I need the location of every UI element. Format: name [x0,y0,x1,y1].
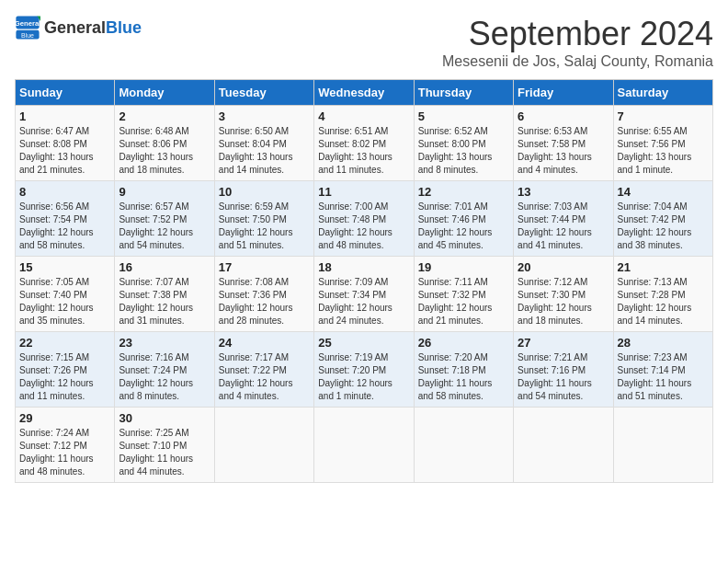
day-details: Sunrise: 6:59 AMSunset: 7:50 PMDaylight:… [219,201,310,252]
day-number: 28 [618,336,709,350]
day-number: 8 [19,185,110,199]
day-details: Sunrise: 7:00 AMSunset: 7:48 PMDaylight:… [318,201,409,252]
day-details: Sunrise: 7:13 AMSunset: 7:28 PMDaylight:… [618,276,709,327]
calendar-cell: 11Sunrise: 7:00 AMSunset: 7:48 PMDayligh… [314,181,414,257]
day-number: 19 [418,260,509,274]
weekday-header-friday: Friday [514,80,613,106]
day-details: Sunrise: 7:01 AMSunset: 7:46 PMDaylight:… [418,201,509,252]
calendar-cell: 14Sunrise: 7:04 AMSunset: 7:42 PMDayligh… [613,181,712,257]
week-row-1: 1Sunrise: 6:47 AMSunset: 8:08 PMDaylight… [16,106,713,181]
day-number: 29 [19,411,110,425]
day-details: Sunrise: 6:47 AMSunset: 8:08 PMDaylight:… [19,125,110,177]
logo-icon: General Blue [15,15,40,40]
calendar-cell: 9Sunrise: 6:57 AMSunset: 7:52 PMDaylight… [115,181,214,257]
day-details: Sunrise: 7:19 AMSunset: 7:20 PMDaylight:… [318,351,409,403]
calendar-cell: 29Sunrise: 7:24 AMSunset: 7:12 PMDayligh… [16,408,115,483]
calendar-cell: 19Sunrise: 7:11 AMSunset: 7:32 PMDayligh… [414,257,513,332]
day-number: 9 [119,185,210,199]
day-number: 10 [219,185,310,199]
calendar-cell: 20Sunrise: 7:12 AMSunset: 7:30 PMDayligh… [514,257,613,332]
day-details: Sunrise: 7:17 AMSunset: 7:22 PMDaylight:… [219,351,310,403]
calendar-cell: 27Sunrise: 7:21 AMSunset: 7:16 PMDayligh… [514,332,613,408]
month-title: September 2024 [442,15,713,53]
weekday-header-tuesday: Tuesday [214,80,313,106]
svg-text:Blue: Blue [21,32,34,39]
day-number: 27 [518,336,609,350]
calendar-cell: 17Sunrise: 7:08 AMSunset: 7:36 PMDayligh… [214,257,313,332]
calendar-cell: 12Sunrise: 7:01 AMSunset: 7:46 PMDayligh… [414,181,513,257]
svg-text:General: General [15,19,40,28]
calendar-cell: 2Sunrise: 6:48 AMSunset: 8:06 PMDaylight… [115,106,214,181]
logo-blue-text: Blue [106,18,142,38]
day-number: 5 [418,109,509,123]
day-details: Sunrise: 7:20 AMSunset: 7:18 PMDaylight:… [418,351,509,403]
day-details: Sunrise: 6:50 AMSunset: 8:04 PMDaylight:… [219,125,310,177]
day-number: 22 [19,336,110,350]
logo-general-text: General [44,18,106,38]
day-number: 15 [19,260,110,274]
day-details: Sunrise: 7:21 AMSunset: 7:16 PMDaylight:… [518,351,609,403]
calendar-cell: 16Sunrise: 7:07 AMSunset: 7:38 PMDayligh… [115,257,214,332]
day-details: Sunrise: 6:48 AMSunset: 8:06 PMDaylight:… [119,125,210,177]
day-number: 3 [219,109,310,123]
day-number: 26 [418,336,509,350]
day-number: 11 [318,185,409,199]
day-number: 20 [518,260,609,274]
day-details: Sunrise: 6:57 AMSunset: 7:52 PMDaylight:… [119,201,210,252]
day-number: 16 [119,260,210,274]
day-details: Sunrise: 7:08 AMSunset: 7:36 PMDaylight:… [219,276,310,327]
calendar-cell: 15Sunrise: 7:05 AMSunset: 7:40 PMDayligh… [16,257,115,332]
weekday-header-wednesday: Wednesday [314,80,414,106]
weekday-header-thursday: Thursday [414,80,513,106]
calendar-table: SundayMondayTuesdayWednesdayThursdayFrid… [15,79,713,483]
calendar-cell: 1Sunrise: 6:47 AMSunset: 8:08 PMDaylight… [16,106,115,181]
calendar-cell [214,408,313,483]
calendar-cell: 3Sunrise: 6:50 AMSunset: 8:04 PMDaylight… [214,106,313,181]
day-number: 17 [219,260,310,274]
calendar-cell: 7Sunrise: 6:55 AMSunset: 7:56 PMDaylight… [613,106,712,181]
calendar-cell: 30Sunrise: 7:25 AMSunset: 7:10 PMDayligh… [115,408,214,483]
day-details: Sunrise: 6:55 AMSunset: 7:56 PMDaylight:… [618,125,709,177]
day-details: Sunrise: 7:05 AMSunset: 7:40 PMDaylight:… [19,276,110,327]
calendar-cell: 28Sunrise: 7:23 AMSunset: 7:14 PMDayligh… [613,332,712,408]
day-number: 30 [119,411,210,425]
calendar-cell: 13Sunrise: 7:03 AMSunset: 7:44 PMDayligh… [514,181,613,257]
day-details: Sunrise: 7:12 AMSunset: 7:30 PMDaylight:… [518,276,609,327]
day-details: Sunrise: 6:51 AMSunset: 8:02 PMDaylight:… [318,125,409,177]
day-number: 12 [418,185,509,199]
calendar-cell: 21Sunrise: 7:13 AMSunset: 7:28 PMDayligh… [613,257,712,332]
weekday-header-monday: Monday [115,80,214,106]
day-number: 14 [618,185,709,199]
day-details: Sunrise: 7:04 AMSunset: 7:42 PMDaylight:… [618,201,709,252]
day-details: Sunrise: 7:23 AMSunset: 7:14 PMDaylight:… [618,351,709,403]
calendar-cell: 25Sunrise: 7:19 AMSunset: 7:20 PMDayligh… [314,332,414,408]
day-details: Sunrise: 6:56 AMSunset: 7:54 PMDaylight:… [19,201,110,252]
day-number: 4 [318,109,409,123]
day-details: Sunrise: 7:03 AMSunset: 7:44 PMDaylight:… [518,201,609,252]
week-row-3: 15Sunrise: 7:05 AMSunset: 7:40 PMDayligh… [16,257,713,332]
day-details: Sunrise: 7:16 AMSunset: 7:24 PMDaylight:… [119,351,210,403]
day-details: Sunrise: 7:24 AMSunset: 7:12 PMDaylight:… [19,427,110,478]
title-area: September 2024 Mesesenii de Jos, Salaj C… [442,15,713,70]
day-number: 6 [518,109,609,123]
calendar-cell: 22Sunrise: 7:15 AMSunset: 7:26 PMDayligh… [16,332,115,408]
day-details: Sunrise: 7:15 AMSunset: 7:26 PMDaylight:… [19,351,110,403]
day-details: Sunrise: 7:09 AMSunset: 7:34 PMDaylight:… [318,276,409,327]
calendar-cell [613,408,712,483]
day-number: 1 [19,109,110,123]
week-row-4: 22Sunrise: 7:15 AMSunset: 7:26 PMDayligh… [16,332,713,408]
header: General Blue General Blue September 2024… [15,15,713,70]
calendar-cell: 6Sunrise: 6:53 AMSunset: 7:58 PMDaylight… [514,106,613,181]
day-details: Sunrise: 6:53 AMSunset: 7:58 PMDaylight:… [518,125,609,177]
weekday-header-row: SundayMondayTuesdayWednesdayThursdayFrid… [16,80,713,106]
week-row-2: 8Sunrise: 6:56 AMSunset: 7:54 PMDaylight… [16,181,713,257]
calendar-cell: 5Sunrise: 6:52 AMSunset: 8:00 PMDaylight… [414,106,513,181]
calendar-cell [414,408,513,483]
day-number: 21 [618,260,709,274]
calendar-cell: 4Sunrise: 6:51 AMSunset: 8:02 PMDaylight… [314,106,414,181]
day-number: 25 [318,336,409,350]
calendar-cell: 18Sunrise: 7:09 AMSunset: 7:34 PMDayligh… [314,257,414,332]
day-details: Sunrise: 7:07 AMSunset: 7:38 PMDaylight:… [119,276,210,327]
day-details: Sunrise: 6:52 AMSunset: 8:00 PMDaylight:… [418,125,509,177]
calendar-cell: 24Sunrise: 7:17 AMSunset: 7:22 PMDayligh… [214,332,313,408]
